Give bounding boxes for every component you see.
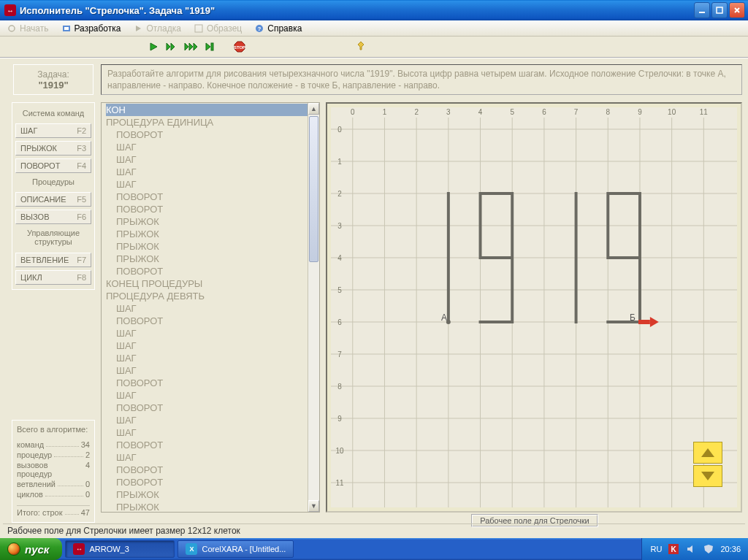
language-indicator[interactable]: RU (651, 545, 663, 553)
code-line[interactable]: ПОВОРОТ (106, 464, 308, 476)
code-line[interactable]: ПОВОРОТ (106, 402, 308, 414)
code-line[interactable]: ШАГ (106, 166, 308, 178)
palette-procs-label: Процедуры (15, 177, 91, 186)
scroll-down-button[interactable]: ▼ (308, 500, 319, 512)
system-tray[interactable]: RU K 20:36 (641, 538, 748, 560)
svg-text:0: 0 (351, 108, 355, 116)
code-line[interactable]: ШАГ (106, 451, 308, 464)
code-line[interactable]: ПОВОРОТ (106, 377, 308, 389)
start-button[interactable]: пуск (0, 538, 62, 560)
mode-begin[interactable]: Начать (4, 23, 56, 34)
svg-rect-4 (64, 27, 69, 30)
code-line[interactable]: ПОВОРОТ (106, 476, 308, 488)
refresh-icon (7, 24, 16, 33)
code-line[interactable]: ПРЫЖОК (106, 501, 308, 512)
tray-antivirus-icon[interactable]: K (668, 543, 679, 555)
window-close-button[interactable] (729, 2, 745, 18)
tray-volume-icon[interactable] (685, 543, 697, 555)
code-line[interactable]: ПРЫЖОК (106, 215, 308, 228)
svg-text:STOP: STOP (234, 45, 245, 50)
svg-text:11: 11 (700, 108, 708, 116)
cmd-turn-button[interactable]: ПОВОРОТ F4 (15, 158, 91, 173)
canvas-point-b: Б (630, 312, 636, 323)
svg-text:9: 9 (638, 108, 642, 116)
code-line[interactable]: КОН (106, 104, 308, 116)
window-minimize-button[interactable] (694, 2, 710, 18)
tray-clock[interactable]: 20:36 (720, 545, 741, 553)
run-button[interactable] (146, 40, 161, 53)
mode-sample[interactable]: Образец (191, 23, 249, 34)
task-header: Задача: "1919" Разработайте алгоритм для… (0, 58, 748, 98)
svg-text:?: ? (258, 26, 262, 32)
status-bar: Рабочее поле для Стрелочки имеет размер … (3, 523, 745, 537)
task-description: Разработайте алгоритм для рисования четы… (101, 64, 742, 95)
svg-text:2: 2 (337, 190, 342, 198)
cmd-branch-button[interactable]: ВЕТВЛЕНИЕ F7 (15, 253, 91, 267)
svg-text:2: 2 (414, 108, 419, 116)
code-line[interactable]: ШАГ (106, 327, 308, 340)
svg-rect-0 (699, 12, 705, 13)
code-line[interactable]: ПРЫЖОК (106, 253, 308, 265)
svg-text:7: 7 (337, 350, 342, 358)
code-line[interactable]: ПРЫЖОК (106, 488, 308, 501)
code-line[interactable]: ШАГ (106, 141, 308, 153)
windows-taskbar: пуск ↔ ARROW_3 X CorelXARA - [Untitled..… (0, 538, 748, 560)
mode-help[interactable]: ? Справка (252, 23, 309, 34)
mode-develop[interactable]: Разработка (59, 23, 129, 34)
stats-title: Всего в алгоритме: (17, 425, 90, 434)
scroll-track[interactable] (308, 115, 319, 500)
code-line[interactable]: ШАГ (106, 426, 308, 439)
code-line[interactable]: ШАГ (106, 153, 308, 166)
stats-row: вызовов процедур4 (17, 460, 90, 479)
svg-rect-5 (195, 25, 202, 32)
picture-icon (194, 24, 203, 33)
code-line[interactable]: ШАГ (106, 340, 308, 352)
canvas-down-button[interactable] (693, 465, 722, 487)
code-listing[interactable]: КОНПРОЦЕДУРА ЕДИНИЦАПОВОРОТШАГШАГШАГШАГП… (101, 102, 320, 513)
cmd-loop-button[interactable]: ЦИКЛ F8 (15, 270, 91, 285)
code-line[interactable]: ПОВОРОТ (106, 315, 308, 327)
code-line[interactable]: ПРОЦЕДУРА ДЕВЯТЬ (106, 290, 308, 302)
code-line[interactable]: ПОВОРОТ (106, 439, 308, 451)
stop-button[interactable]: STOP (232, 40, 247, 53)
stats-row: циклов0 (17, 489, 90, 499)
code-scrollbar[interactable]: ▲ ▼ (308, 103, 319, 512)
svg-text:3: 3 (446, 108, 451, 116)
edit-icon (62, 24, 71, 33)
taskbar-app-arrow[interactable]: ↔ ARROW_3 (65, 540, 175, 558)
code-line[interactable]: ПОВОРОТ (106, 191, 308, 203)
code-line[interactable]: ПРОЦЕДУРА ЕДИНИЦА (106, 116, 308, 129)
scroll-thumb[interactable] (309, 116, 318, 262)
svg-rect-8 (211, 43, 213, 50)
code-line[interactable]: КОНЕЦ ПРОЦЕДУРЫ (106, 277, 308, 290)
step-into-button[interactable] (184, 40, 199, 53)
cmd-call-button[interactable]: ВЫЗОВ F6 (15, 210, 91, 224)
code-line[interactable]: ШАГ (106, 364, 308, 377)
window-maximize-button[interactable] (711, 2, 728, 18)
code-line[interactable]: ПРЫЖОК (106, 228, 308, 240)
taskbar-app-corelxara[interactable]: X CorelXARA - [Untitled... (178, 540, 294, 558)
code-line[interactable]: ШАГ (106, 178, 308, 191)
svg-text:11: 11 (335, 479, 343, 487)
canvas-up-button[interactable] (693, 442, 722, 464)
code-line[interactable]: ШАГ (106, 414, 308, 426)
code-line[interactable]: ПОВОРОТ (106, 203, 308, 215)
pin-icon[interactable] (355, 40, 368, 53)
cmd-describe-button[interactable]: ОПИСАНИЕ F5 (15, 192, 91, 207)
cmd-step-button[interactable]: ШАГ F2 (15, 123, 91, 138)
cmd-jump-button[interactable]: ПРЫЖОК F3 (15, 141, 91, 156)
mode-debug[interactable]: Отладка (131, 23, 188, 34)
code-line[interactable]: ПОВОРОТ (106, 129, 308, 141)
tray-shield-icon[interactable] (703, 543, 714, 555)
app-icon: ↔ (73, 543, 85, 555)
scroll-up-button[interactable]: ▲ (308, 103, 319, 115)
run-to-end-button[interactable] (203, 40, 218, 53)
step-over-button[interactable] (165, 40, 180, 53)
svg-text:10: 10 (335, 447, 343, 455)
code-line[interactable]: ШАГ (106, 352, 308, 364)
code-line[interactable]: ШАГ (106, 389, 308, 402)
code-line[interactable]: ПРЫЖОК (106, 240, 308, 253)
code-line[interactable]: ПОВОРОТ (106, 265, 308, 277)
code-line[interactable]: ШАГ (106, 302, 308, 315)
svg-text:8: 8 (606, 108, 611, 116)
